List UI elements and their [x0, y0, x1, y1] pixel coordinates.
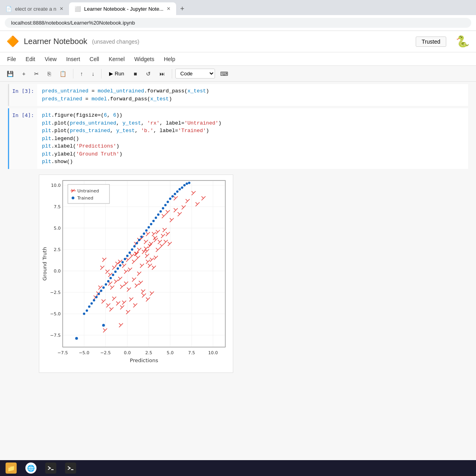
svg-text:7.5: 7.5 — [188, 350, 195, 355]
menu-cell[interactable]: Cell — [86, 54, 103, 64]
svg-point-51 — [162, 207, 164, 209]
svg-point-47 — [152, 220, 155, 222]
taskbar-terminal1[interactable] — [41, 461, 60, 475]
menu-edit[interactable]: Edit — [22, 54, 39, 64]
svg-text:−5.0: −5.0 — [50, 311, 61, 317]
svg-point-44 — [145, 229, 148, 232]
svg-point-45 — [148, 226, 150, 228]
toolbar-sep-2 — [101, 69, 102, 79]
run-icon: ▶ — [109, 71, 113, 77]
svg-point-59 — [181, 186, 183, 189]
terminal1-icon — [45, 463, 56, 474]
svg-text:5.0: 5.0 — [167, 350, 174, 355]
svg-point-52 — [164, 204, 167, 206]
tab1-favicon: 📄 — [6, 6, 12, 12]
svg-text:−7.5: −7.5 — [50, 333, 61, 338]
notebook-content: In [3]: preds_untrained = model_untraine… — [0, 82, 476, 460]
run-button[interactable]: ▶ Run — [105, 69, 129, 79]
svg-point-29 — [109, 277, 112, 279]
svg-point-40 — [136, 242, 138, 244]
cell-type-select[interactable]: Code Markdown Raw — [175, 69, 215, 79]
copy-button[interactable]: ⎘ — [44, 69, 54, 79]
svg-point-55 — [171, 195, 174, 198]
toolbar-sep-3 — [172, 69, 172, 79]
svg-point-49 — [157, 213, 159, 216]
stop-button[interactable]: ■ — [130, 69, 140, 79]
svg-point-30 — [112, 274, 114, 276]
svg-point-63 — [75, 337, 78, 340]
keyboard-button[interactable]: ⌨ — [217, 69, 232, 79]
svg-point-37 — [129, 251, 131, 254]
tab-1[interactable]: 📄 elect or create a n ✕ — [0, 2, 69, 15]
menu-widgets[interactable]: Widgets — [130, 54, 158, 64]
cell-3-content[interactable]: preds_untrained = model_untrained.forwar… — [37, 84, 468, 106]
taskbar: 📁 🌐 — [0, 460, 476, 476]
restart-button[interactable]: ↺ — [142, 69, 154, 79]
tab-2[interactable]: ⬜ Learner Notebook - Jupyter Note... ✕ — [69, 2, 176, 15]
svg-text:−2.5: −2.5 — [100, 350, 111, 355]
svg-point-36 — [126, 255, 129, 257]
svg-text:10.0: 10.0 — [208, 350, 218, 355]
menu-insert[interactable]: Insert — [62, 54, 84, 64]
svg-text:10.0: 10.0 — [51, 183, 61, 188]
svg-point-64 — [102, 324, 105, 326]
menu-view[interactable]: View — [41, 54, 61, 64]
svg-point-18 — [83, 313, 85, 315]
svg-point-83 — [72, 196, 75, 199]
svg-point-38 — [131, 248, 133, 251]
svg-point-34 — [121, 261, 124, 263]
svg-point-23 — [95, 296, 98, 298]
svg-text:0.0: 0.0 — [124, 350, 131, 355]
svg-point-62 — [188, 182, 190, 184]
taskbar-terminal2[interactable] — [61, 461, 80, 475]
tab1-close[interactable]: ✕ — [60, 6, 63, 12]
add-cell-button[interactable]: + — [19, 69, 29, 79]
cell-3-prompt: In [3]: — [9, 84, 37, 106]
browser-bar: localhost:8888/notebooks/Learner%20Noteb… — [0, 15, 476, 31]
scatter-plot: 10.0 7.5 5.0 2.5 0.0 −2.5 −5.0 −7.5 −7.5… — [41, 177, 231, 371]
svg-point-57 — [176, 190, 178, 193]
tab1-label: elect or create a n — [15, 6, 56, 12]
menu-kernel[interactable]: Kernel — [105, 54, 129, 64]
svg-text:5.0: 5.0 — [54, 226, 61, 231]
chrome-icon: 🌐 — [25, 463, 36, 474]
y-axis-labels: 10.0 7.5 5.0 2.5 0.0 −2.5 −5.0 −7.5 — [50, 183, 61, 338]
cut-button[interactable]: ✂ — [31, 69, 42, 79]
svg-point-48 — [155, 217, 157, 219]
menu-file[interactable]: File — [3, 54, 20, 64]
svg-point-60 — [183, 184, 186, 186]
svg-point-25 — [100, 290, 102, 292]
cell-3[interactable]: In [3]: preds_untrained = model_untraine… — [8, 84, 468, 106]
y-axis-title: Ground Truth — [42, 247, 48, 280]
taskbar-chrome[interactable]: 🌐 — [21, 461, 40, 475]
unsaved-indicator: (unsaved changes) — [92, 38, 139, 45]
move-up-button[interactable]: ↑ — [77, 69, 86, 79]
cell-4-prompt: In [4]: — [9, 108, 37, 169]
svg-point-22 — [93, 299, 95, 301]
address-bar[interactable]: localhost:8888/notebooks/Learner%20Noteb… — [5, 18, 471, 28]
new-tab-button[interactable]: + — [176, 3, 188, 15]
svg-text:2.5: 2.5 — [145, 350, 152, 355]
cell-4[interactable]: In [4]: plt.figure(figsize=(6, 6)) plt.p… — [8, 108, 468, 169]
move-down-button[interactable]: ↓ — [88, 69, 98, 79]
menu-help[interactable]: Help — [160, 54, 179, 64]
save-button[interactable]: 💾 — [3, 69, 17, 79]
trusted-button[interactable]: Trusted — [416, 36, 446, 47]
tab2-close[interactable]: ✕ — [167, 6, 171, 12]
paste-button[interactable]: 📋 — [56, 69, 70, 79]
legend-trained-label: Trained — [77, 196, 93, 201]
tab2-label: Learner Notebook - Jupyter Note... — [84, 6, 163, 12]
svg-text:−5.0: −5.0 — [79, 350, 90, 355]
fast-forward-button[interactable]: ⏭ — [156, 69, 169, 79]
svg-text:−2.5: −2.5 — [50, 290, 61, 295]
jupyter-menu: File Edit View Insert Cell Kernel Widget… — [0, 52, 476, 66]
cell-4-content[interactable]: plt.figure(figsize=(6, 6)) plt.plot(pred… — [37, 108, 468, 169]
svg-point-33 — [119, 264, 121, 267]
svg-point-31 — [114, 271, 117, 273]
taskbar-files[interactable]: 📁 — [2, 461, 21, 475]
svg-text:7.5: 7.5 — [54, 204, 61, 209]
svg-point-21 — [90, 302, 93, 305]
legend-untrained-label: Untrained — [77, 188, 99, 194]
svg-point-53 — [167, 201, 169, 203]
svg-point-39 — [133, 245, 136, 248]
